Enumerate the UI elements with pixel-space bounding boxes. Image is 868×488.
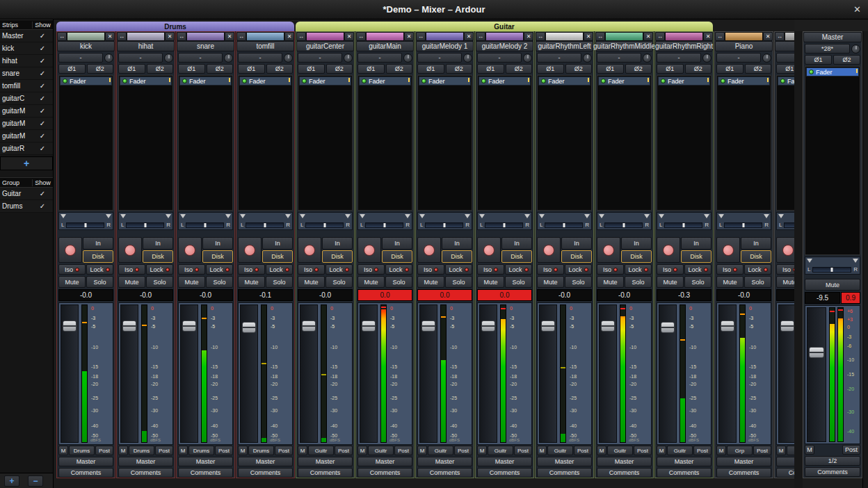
pan-track[interactable] [425,222,463,228]
solo-isolate-button[interactable]: Iso [657,264,684,275]
panner[interactable]: L R [357,212,412,230]
record-arm-button[interactable] [537,237,561,263]
gain-display[interactable]: -0.0 [716,289,771,301]
master-comments-button[interactable]: Comments [805,467,860,477]
monitor-input-button[interactable]: In [561,237,592,250]
phase-2-button[interactable]: Ø2 [326,64,353,74]
fader-handle[interactable] [182,320,196,332]
list-item[interactable]: kick✓ [0,42,53,55]
record-arm-button[interactable] [357,237,381,263]
group-button[interactable]: Guitr [488,446,513,455]
fader-processor[interactable]: Fader [120,76,172,86]
phase-1-button[interactable]: Ø1 [716,64,744,74]
solo-button[interactable]: Solo [326,276,353,288]
processor-box[interactable]: Fader [238,75,293,211]
strip-color-band[interactable] [186,32,225,41]
fader-slider[interactable] [659,304,677,443]
fader-processor[interactable]: Fader [359,76,411,86]
fader-handle[interactable] [780,320,794,332]
solo-button[interactable]: Solo [565,276,592,288]
comments-button[interactable]: Comments [178,468,233,478]
pan-track[interactable] [812,267,851,273]
solo-isolate-button[interactable]: Iso [776,264,794,275]
strip-name-button[interactable]: guitarMain [356,41,414,51]
input-button[interactable]: - [716,53,761,63]
strip-color-band[interactable] [665,32,703,41]
monitor-input-button[interactable]: In [382,237,412,250]
phase-1-button[interactable]: Ø1 [238,64,265,74]
gain-display[interactable]: 0.0 [357,289,412,301]
phase-2-button[interactable]: Ø2 [266,64,294,74]
output-button[interactable]: Master [178,457,233,466]
input-button[interactable]: - [238,53,282,63]
input-button[interactable]: - [477,53,522,63]
strip-name-button[interactable]: guitarMelody 2 [476,41,533,51]
solo-isolate-button[interactable]: Iso [118,264,145,275]
mute-button[interactable]: Mute [178,276,205,288]
strip-width-button[interactable]: ↔ [416,32,426,41]
fader-processor[interactable]: Fader [179,76,232,86]
strip-hide-button[interactable]: ✕ [344,32,354,41]
output-button[interactable]: Master [597,457,652,466]
visible-checkbox[interactable]: ✓ [32,44,53,52]
strip-width-button[interactable]: ↔ [117,32,127,41]
processor-active-led[interactable] [182,79,187,83]
master-panner[interactable]: L R [805,257,860,275]
phase-2-button[interactable]: Ø2 [147,64,174,74]
panner[interactable]: L R [118,212,173,230]
phase-2-button[interactable]: Ø2 [745,64,772,74]
monitor-input-button[interactable]: In [262,237,293,250]
trim-knob[interactable] [463,54,472,63]
fader-processor[interactable]: Fader [718,76,770,86]
monitor-disk-button[interactable]: Disk [322,250,353,263]
mute-button[interactable]: Mute [477,276,504,288]
strip-width-button[interactable]: ↔ [356,32,366,41]
input-button[interactable]: - [537,53,581,63]
group-button[interactable]: Grp [787,446,794,455]
visible-checkbox[interactable]: ✓ [32,57,53,65]
visible-checkbox[interactable]: ✓ [32,107,53,115]
monitor-input-button[interactable]: In [741,237,771,250]
meter-point-button[interactable]: Post [394,446,412,455]
mute-button[interactable]: Mute [716,276,744,288]
strip-name-button[interactable]: guitarRhythmRight [655,41,713,51]
record-arm-button[interactable] [597,237,620,263]
solo-button[interactable]: Solo [86,276,113,288]
fader-handle[interactable] [362,320,376,332]
solo-button[interactable]: Solo [625,276,652,288]
processor-box[interactable]: Fader [58,75,113,211]
solo-button[interactable]: Solo [445,276,472,288]
input-button[interactable]: - [776,53,794,63]
fader-processor[interactable]: Fader [538,76,590,86]
strip-width-button[interactable]: ↔ [536,32,545,41]
fader-handle[interactable] [721,320,734,332]
master-mute-button[interactable]: Mute [805,279,860,291]
comments-button[interactable]: Comments [477,468,532,478]
solo-isolate-button[interactable]: Iso [298,264,325,275]
comments-button[interactable]: Comments [537,468,592,478]
pan-track[interactable] [604,222,643,228]
list-item[interactable]: hihat✓ [0,55,53,67]
group-tab-drums[interactable]: Drums [56,22,294,31]
group-button[interactable]: Guitr [547,446,573,455]
visible-checkbox[interactable]: ✓ [32,202,53,210]
solo-button[interactable]: Solo [266,276,293,288]
record-arm-button[interactable] [417,237,441,263]
output-button[interactable]: Master [357,457,412,466]
list-item[interactable]: Drums✓ [0,200,53,213]
output-button[interactable]: Master [477,457,532,466]
list-item[interactable]: tomfill✓ [0,80,53,92]
strip-color-band[interactable] [605,32,643,41]
list-item[interactable]: snare✓ [0,67,53,80]
visible-checkbox[interactable]: ✓ [32,70,53,77]
panner[interactable]: L R [477,212,532,230]
panner[interactable]: L R [178,212,233,230]
solo-button[interactable]: Solo [385,276,412,288]
metering-button[interactable]: M [58,446,68,455]
processor-box[interactable]: Fader [357,75,412,211]
monitor-input-button[interactable]: In [681,237,712,250]
gain-display[interactable]: -0.0 [776,289,794,301]
record-arm-button[interactable] [776,237,794,263]
strip-hide-button[interactable]: ✕ [584,32,593,41]
record-arm-button[interactable] [178,237,202,263]
